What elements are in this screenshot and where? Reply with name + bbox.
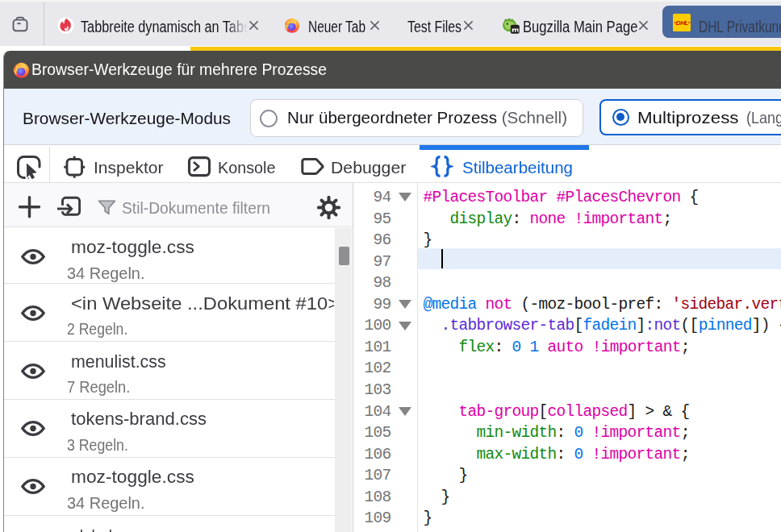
- svg-text:DHL: DHL: [675, 19, 688, 27]
